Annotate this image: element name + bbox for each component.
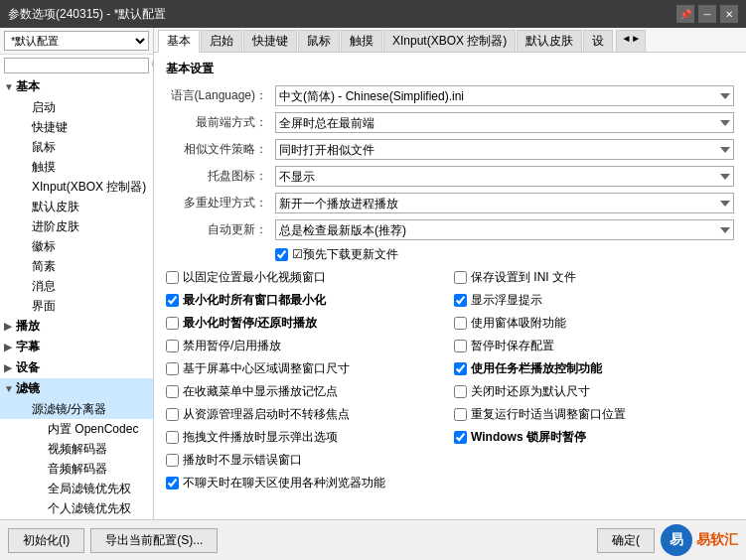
checkbox-input-right-4[interactable] (454, 362, 467, 375)
checkbox-label-left-7[interactable]: 拖拽文件播放时显示弹出选项 (183, 429, 338, 446)
setting-select-1[interactable]: 全屏时总在最前端 (275, 112, 734, 133)
checkbox-input-left-2[interactable] (166, 317, 179, 330)
sidebar-item-yuanlujing[interactable]: 源滤镜/分离器 (0, 399, 153, 419)
more-tabs-button[interactable]: ◄► (616, 30, 646, 52)
sidebar-search: 🔍 (4, 58, 149, 73)
tree-toggle-bofang[interactable]: ▶ (4, 318, 16, 336)
checkbox-label-left-1[interactable]: 最小化时所有窗口都最小化 (183, 292, 326, 309)
tree-toggle-lujing[interactable]: ▼ (4, 380, 16, 398)
tree-toggle-zimu[interactable]: ▶ (4, 339, 16, 356)
checkbox-label-left-6[interactable]: 从资源管理器启动时不转移焦点 (183, 406, 350, 423)
checkbox-input-right-0[interactable] (454, 271, 467, 284)
checkbox-input-right-2[interactable] (454, 317, 467, 330)
sidebar-item-biaozhao[interactable]: 徽标 (0, 236, 153, 256)
settings-rows: 语言(Language)： 中文(简体) - Chinese(Simplifie… (166, 85, 734, 240)
checkbox-label-right-6[interactable]: 重复运行时适当调整窗口位置 (471, 406, 626, 423)
checkbox-left-7: 拖拽文件播放时显示弹出选项 (166, 429, 446, 446)
checkbox-label-right-3[interactable]: 暂停时保存配置 (471, 338, 554, 354)
sidebar-item-label-zimu: 字幕 (16, 340, 40, 353)
checkbox-input-right-6[interactable] (454, 408, 467, 421)
predownload-checkbox[interactable] (275, 248, 288, 261)
checkbox-label-right-0[interactable]: 保存设置到 INI 文件 (471, 269, 576, 286)
right-panel: 基本启始快捷键鼠标触摸XInput(XBOX 控制器)默认皮肤设◄► 基本设置 … (154, 28, 746, 519)
sidebar: *默认配置 🔍 ▼基本 启动 快捷键 鼠标 触摸 XInput(XBOX 控制器… (0, 28, 154, 519)
checkbox-label-left-8[interactable]: 播放时不显示错误窗口 (183, 452, 302, 469)
sidebar-item-lujing[interactable]: ▼滤镜 (0, 378, 153, 399)
logo-area: 易 易软汇 (661, 524, 738, 556)
sidebar-item-kuaijiejian[interactable]: 快捷键 (0, 117, 153, 137)
checkbox-label-right-1[interactable]: 显示浮显提示 (471, 292, 542, 309)
checkbox-label-left-3[interactable]: 禁用暂停/启用播放 (183, 338, 281, 354)
checkbox-input-left-4[interactable] (166, 362, 179, 375)
checkbox-label-right-2[interactable]: 使用窗体吸附功能 (471, 315, 566, 332)
setting-label-0: 语言(Language)： (166, 87, 275, 104)
sidebar-item-yinpinjiemalv[interactable]: 音频解码器 (0, 459, 153, 479)
setting-select-5[interactable]: 总是检查最新版本(推荐) (275, 219, 734, 240)
checkbox-label-right-4[interactable]: 使用任务栏播放控制功能 (471, 360, 602, 377)
checkbox-input-left-7[interactable] (166, 431, 179, 444)
sidebar-item-label-yuanlujing: 源滤镜/分离器 (32, 402, 106, 416)
tree-toggle-shebei[interactable]: ▶ (4, 359, 16, 377)
sidebar-item-jiben[interactable]: ▼基本 (0, 76, 153, 97)
sidebar-item-chumu[interactable]: 触摸 (0, 157, 153, 177)
checkbox-label-right-5[interactable]: 关闭时还原为默认尺寸 (471, 383, 590, 400)
sidebar-item-jinbu-pifu[interactable]: 进阶皮肤 (0, 216, 153, 236)
sidebar-item-qidong[interactable]: 启动 (0, 97, 153, 117)
checkbox-input-left-0[interactable] (166, 271, 179, 284)
checkbox-label-left-4[interactable]: 基于屏幕中心区域调整窗口尺寸 (183, 360, 350, 377)
minimize-button[interactable]: ─ (698, 5, 716, 23)
setting-value-5: 总是检查最新版本(推荐) (275, 219, 734, 240)
sidebar-item-shubiao[interactable]: 鼠标 (0, 137, 153, 157)
setting-select-3[interactable]: 不显示 (275, 166, 734, 187)
checkbox-input-left-5[interactable] (166, 385, 179, 398)
checkbox-label-left-0[interactable]: 以固定位置最小化视频窗口 (183, 269, 326, 286)
checkbox-input-right-7[interactable] (454, 431, 467, 444)
checkbox-input-right-5[interactable] (454, 385, 467, 398)
checkbox-input-left-9[interactable] (166, 477, 179, 490)
checkbox-label-right-7[interactable]: Windows 锁屏时暂停 (471, 429, 586, 446)
right-tab-7[interactable]: 设 (583, 30, 613, 52)
sidebar-item-xinput[interactable]: XInput(XBOX 控制器) (0, 177, 153, 197)
checkbox-input-left-1[interactable] (166, 294, 179, 307)
sidebar-item-xiaoxi[interactable]: 消息 (0, 276, 153, 296)
sidebar-item-label-lujing: 滤镜 (16, 381, 40, 395)
right-tab-5[interactable]: XInput(XBOX 控制器) (383, 30, 516, 52)
right-tab-4[interactable]: 触摸 (341, 30, 382, 52)
close-button[interactable]: ✕ (720, 5, 738, 23)
checkbox-input-left-3[interactable] (166, 340, 179, 352)
right-tab-3[interactable]: 鼠标 (298, 30, 340, 52)
sidebar-item-shebei[interactable]: ▶设备 (0, 357, 153, 378)
setting-select-0[interactable]: 中文(简体) - Chinese(Simplified).ini (275, 85, 734, 106)
init-button[interactable]: 初始化(I) (8, 528, 84, 553)
checkbox-label-left-2[interactable]: 最小化时暂停/还原时播放 (183, 315, 317, 332)
pin-button[interactable]: 📌 (676, 5, 694, 23)
checkbox-input-left-8[interactable] (166, 454, 179, 467)
checkbox-input-right-1[interactable] (454, 294, 467, 307)
right-tab-6[interactable]: 默认皮肤 (517, 30, 582, 52)
sidebar-item-shipinjiemalv[interactable]: 视频解码器 (0, 439, 153, 459)
predownload-label[interactable]: ☑预先下载更新文件 (292, 246, 398, 263)
sidebar-item-bofang[interactable]: ▶播放 (0, 316, 153, 337)
sidebar-item-jiansu[interactable]: 简素 (0, 256, 153, 276)
setting-select-4[interactable]: 新开一个播放进程播放 (275, 193, 734, 213)
setting-select-2[interactable]: 同时打开相似文件 (275, 139, 734, 160)
checkbox-label-left-9[interactable]: 不聊天时在聊天区使用各种浏览器功能 (183, 475, 385, 491)
sidebar-item-neizhiOpenCodec[interactable]: 内置 OpenCodec (0, 419, 153, 439)
sidebar-item-quanjulujingp[interactable]: 全局滤镜优先权 (0, 479, 153, 498)
checkbox-input-right-3[interactable] (454, 340, 467, 352)
checkbox-input-left-6[interactable] (166, 408, 179, 421)
sidebar-item-gerenlujingp[interactable]: 个人滤镜优先权 (0, 498, 153, 518)
confirm-button[interactable]: 确定( (597, 528, 655, 553)
search-input[interactable] (5, 59, 148, 72)
tree-toggle-jiben[interactable]: ▼ (4, 78, 16, 96)
right-tab-2[interactable]: 快捷键 (243, 30, 297, 52)
sidebar-item-moren-pifu[interactable]: 默认皮肤 (0, 197, 153, 216)
checkbox-label-left-5[interactable]: 在收藏菜单中显示播放记忆点 (183, 383, 338, 400)
sidebar-item-zimu[interactable]: ▶字幕 (0, 337, 153, 357)
checkbox-right-3: 暂停时保存配置 (454, 338, 734, 354)
profile-dropdown[interactable]: *默认配置 (4, 31, 149, 51)
right-tab-1[interactable]: 启始 (201, 30, 242, 52)
export-button[interactable]: 导出当前配置(S)... (90, 528, 218, 553)
sidebar-item-jiemian[interactable]: 界面 (0, 296, 153, 316)
right-tab-0[interactable]: 基本 (158, 30, 200, 53)
